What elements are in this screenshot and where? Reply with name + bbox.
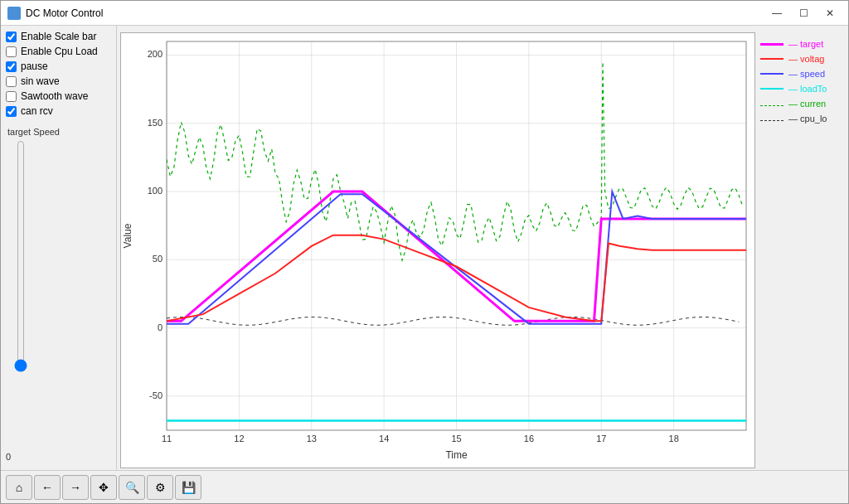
minimize-button[interactable]: —: [765, 5, 788, 22]
cb-sin-label[interactable]: sin wave: [21, 75, 60, 87]
window-controls: — ☐ ✕: [765, 5, 842, 22]
zoom-button[interactable]: 🔍: [119, 475, 145, 500]
window-title: DC Motor Control: [26, 7, 765, 19]
legend-line-cpu_lo: [760, 120, 784, 121]
sidebar: Enable Scale barEnable Cpu Loadpausesin …: [1, 26, 117, 470]
legend-item-voltag: — voltag: [760, 54, 842, 64]
legend-line-speed: [760, 73, 784, 75]
chart-container: [120, 32, 755, 468]
checkbox-row-cb-saw: Sawtooth wave: [6, 90, 111, 102]
cb-sin-checkbox[interactable]: [6, 76, 17, 87]
legend-line-target: [760, 43, 784, 46]
cb-cpu-label[interactable]: Enable Cpu Load: [21, 46, 98, 57]
toolbar: ⌂←→✥🔍⚙💾: [1, 470, 848, 503]
slider-zero-label: 0: [6, 452, 111, 465]
chart-with-legend: — target— voltag— speed— loadTo— curren—…: [120, 32, 847, 468]
legend-item-loadTo: — loadTo: [760, 84, 842, 94]
maximize-button[interactable]: ☐: [792, 5, 815, 22]
app-icon: [7, 7, 21, 20]
legend-item-curren: — curren: [760, 99, 842, 109]
cb-pause-label[interactable]: pause: [21, 61, 48, 72]
target-speed-slider[interactable]: [12, 140, 29, 372]
slider-area: target Speed 0: [6, 127, 111, 465]
checkboxes-panel: Enable Scale barEnable Cpu Loadpausesin …: [6, 31, 111, 120]
legend-label-curren: — curren: [788, 99, 826, 109]
save-button[interactable]: 💾: [175, 475, 201, 500]
legend-label-loadTo: — loadTo: [788, 84, 827, 94]
legend-line-curren: [760, 105, 784, 106]
legend-item-speed: — speed: [760, 69, 842, 79]
home-button[interactable]: ⌂: [6, 475, 32, 500]
checkbox-row-cb-sin: sin wave: [6, 75, 111, 87]
legend-item-target: — target: [760, 39, 842, 49]
title-bar: DC Motor Control — ☐ ✕: [1, 1, 848, 26]
checkbox-row-cb-scale: Enable Scale bar: [6, 31, 111, 42]
close-button[interactable]: ✕: [818, 5, 842, 22]
cb-cpu-checkbox[interactable]: [6, 46, 17, 57]
settings-button[interactable]: ⚙: [147, 475, 173, 500]
checkbox-row-cb-cpu: Enable Cpu Load: [6, 46, 111, 57]
legend-label-cpu_lo: — cpu_lo: [788, 114, 827, 124]
cb-pause-checkbox[interactable]: [6, 61, 17, 72]
main-content: Enable Scale barEnable Cpu Loadpausesin …: [1, 26, 848, 470]
cb-can-checkbox[interactable]: [6, 106, 17, 117]
legend-line-loadTo: [760, 88, 784, 90]
legend-label-target: — target: [788, 39, 823, 49]
checkbox-row-cb-pause: pause: [6, 61, 111, 72]
back-button[interactable]: ←: [34, 475, 61, 500]
chart-canvas: [121, 33, 754, 468]
forward-button[interactable]: →: [62, 475, 89, 500]
cb-can-label[interactable]: can rcv: [21, 105, 53, 117]
cb-saw-checkbox[interactable]: [6, 91, 17, 102]
legend-item-cpu_lo: — cpu_lo: [760, 114, 842, 124]
legend-label-speed: — speed: [788, 69, 825, 79]
legend-label-voltag: — voltag: [788, 54, 824, 64]
cb-scale-label[interactable]: Enable Scale bar: [21, 31, 96, 42]
checkbox-row-cb-can: can rcv: [6, 105, 111, 117]
chart-area: — target— voltag— speed— loadTo— curren—…: [117, 26, 848, 470]
cb-scale-checkbox[interactable]: [6, 32, 17, 42]
slider-container: [6, 140, 111, 372]
cb-saw-label[interactable]: Sawtooth wave: [21, 90, 88, 102]
move-button[interactable]: ✥: [90, 475, 117, 500]
legend-panel: — target— voltag— speed— loadTo— curren—…: [755, 32, 847, 468]
legend-line-voltag: [760, 58, 784, 60]
target-speed-label: target Speed: [6, 127, 111, 137]
main-window: DC Motor Control — ☐ ✕ Enable Scale barE…: [0, 0, 849, 504]
